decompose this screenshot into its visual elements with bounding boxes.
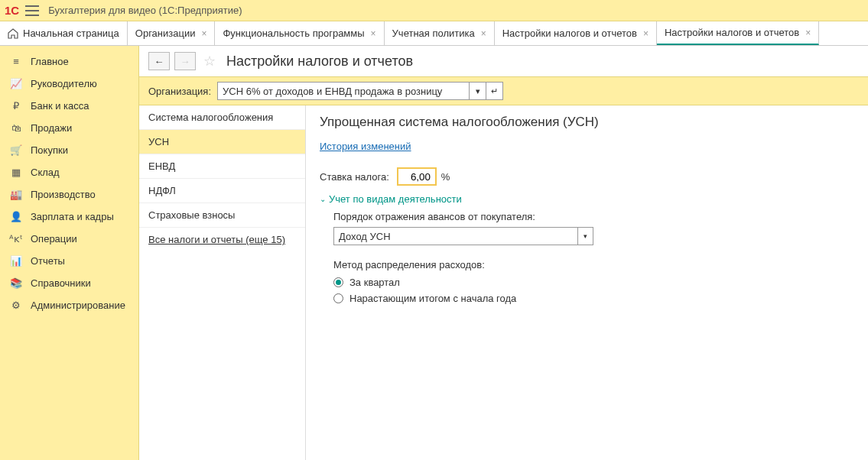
tab-label: Функциональность программы xyxy=(223,28,364,39)
close-icon[interactable]: × xyxy=(201,28,206,39)
sidebar-item-label: Справочники xyxy=(31,277,91,289)
category-tax-system[interactable]: Система налогообложения xyxy=(139,105,305,130)
advance-value: Доход УСН xyxy=(334,231,577,242)
sidebar-item-label: Зарплата и кадры xyxy=(31,211,114,222)
gear-icon: ⚙ xyxy=(9,300,23,311)
close-icon[interactable]: × xyxy=(481,28,486,39)
advance-select[interactable]: Доход УСН ▾ xyxy=(333,227,593,245)
category-envd[interactable]: ЕНВД xyxy=(139,154,305,179)
tab-functionality[interactable]: Функциональность программы × xyxy=(215,21,384,45)
open-button[interactable]: ↵ xyxy=(486,82,503,100)
sidebar-item-label: Администрирование xyxy=(31,300,125,311)
operations-icon: ᴬᴋᵗ xyxy=(9,233,23,245)
tax-rate-input[interactable] xyxy=(397,167,437,186)
close-icon[interactable]: × xyxy=(805,28,811,38)
cart-icon: 🛒 xyxy=(9,144,23,156)
organization-value: УСН 6% от доходов и ЕНВД продажа в розни… xyxy=(223,86,442,97)
sidebar-item-label: Склад xyxy=(31,167,60,178)
tab-bar: Начальная страница Организации × Функцио… xyxy=(0,21,868,46)
books-icon: 📚 xyxy=(9,277,23,289)
close-icon[interactable]: × xyxy=(643,28,649,39)
section-title: Учет по видам деятельности xyxy=(329,193,462,205)
tab-label: Начальная страница xyxy=(23,28,119,39)
titlebar: 1C Бухгалтерия для видео (1С:Предприятие… xyxy=(0,0,868,21)
rate-label: Ставка налога: xyxy=(320,171,389,183)
bars-icon: 📊 xyxy=(9,255,23,267)
list-icon: ≡ xyxy=(9,56,23,67)
sidebar-item-sales[interactable]: 🛍Продажи xyxy=(0,117,138,139)
dropdown-button[interactable]: ▾ xyxy=(470,82,486,100)
sidebar-item-purchases[interactable]: 🛒Покупки xyxy=(0,139,138,161)
sidebar-item-label: Банк и касса xyxy=(31,100,89,112)
dropdown-icon[interactable]: ▾ xyxy=(577,228,593,245)
sidebar-item-label: Операции xyxy=(31,233,77,245)
sidebar-item-label: Покупки xyxy=(31,144,68,156)
category-insurance[interactable]: Страховые взносы xyxy=(139,203,305,228)
factory-icon: 🏭 xyxy=(9,189,23,200)
radio-cumulative[interactable]: Нарастающим итогом с начала года xyxy=(333,293,854,304)
grid-icon: ▦ xyxy=(9,167,23,178)
sidebar-item-label: Продажи xyxy=(31,122,72,134)
radio-icon xyxy=(333,277,343,287)
sidebar-item-operations[interactable]: ᴬᴋᵗОперации xyxy=(0,228,138,250)
chart-icon: 📈 xyxy=(9,78,23,89)
tab-label: Настройки налогов и отчетов xyxy=(665,27,799,38)
tab-tax-settings-1[interactable]: Настройки налогов и отчетов × xyxy=(495,21,657,45)
method-label: Метод распределения расходов: xyxy=(333,259,854,270)
advance-label: Порядок отражения авансов от покупателя: xyxy=(333,211,854,222)
radio-label: За квартал xyxy=(349,277,400,288)
chevron-down-icon: ⌄ xyxy=(320,195,326,203)
percent-label: % xyxy=(441,171,450,183)
category-list: Система налогообложения УСН ЕНВД НДФЛ Ст… xyxy=(139,105,306,460)
sidebar-item-label: Главное xyxy=(31,56,69,67)
organization-row: Организация: УСН 6% от доходов и ЕНВД пр… xyxy=(139,76,868,105)
app-title: Бухгалтерия для видео (1С:Предприятие) xyxy=(48,5,242,16)
home-icon xyxy=(8,28,18,39)
sidebar-item-salary[interactable]: 👤Зарплата и кадры xyxy=(0,206,138,228)
tab-home[interactable]: Начальная страница xyxy=(0,21,128,45)
logo-1c: 1C xyxy=(5,4,19,17)
activity-section-toggle[interactable]: ⌄ Учет по видам деятельности xyxy=(320,193,854,205)
radio-label: Нарастающим итогом с начала года xyxy=(349,293,516,304)
category-usn[interactable]: УСН xyxy=(139,130,305,154)
tab-label: Организации xyxy=(135,28,196,39)
tab-label: Настройки налогов и отчетов xyxy=(502,28,637,39)
menu-icon[interactable] xyxy=(25,5,39,16)
radio-quarter[interactable]: За квартал xyxy=(333,277,854,288)
page-title: Настройки налогов и отчетов xyxy=(226,53,413,70)
sidebar-item-warehouse[interactable]: ▦Склад xyxy=(0,161,138,183)
history-link[interactable]: История изменений xyxy=(320,141,411,152)
sidebar-item-bank[interactable]: ₽Банк и касса xyxy=(0,95,138,117)
sidebar-item-label: Производство xyxy=(31,189,96,200)
content-heading: Упрощенная система налогообложения (УСН) xyxy=(320,115,854,130)
organization-select[interactable]: УСН 6% от доходов и ЕНВД продажа в розни… xyxy=(217,82,470,100)
bag-icon: 🛍 xyxy=(9,122,23,134)
sidebar: ≡Главное 📈Руководителю ₽Банк и касса 🛍Пр… xyxy=(0,46,139,460)
sidebar-item-admin[interactable]: ⚙Администрирование xyxy=(0,294,138,316)
tab-accounting-policy[interactable]: Учетная политика × xyxy=(385,21,495,45)
sidebar-item-main[interactable]: ≡Главное xyxy=(0,50,138,73)
tab-tax-settings-2[interactable]: Настройки налогов и отчетов × xyxy=(657,21,819,45)
sidebar-item-production[interactable]: 🏭Производство xyxy=(0,183,138,206)
star-icon[interactable]: ☆ xyxy=(203,53,216,70)
sidebar-item-label: Руководителю xyxy=(31,78,97,89)
sidebar-item-label: Отчеты xyxy=(31,255,65,267)
ruble-icon: ₽ xyxy=(9,100,23,112)
sidebar-item-directories[interactable]: 📚Справочники xyxy=(0,272,138,294)
main-area: ← → ☆ Настройки налогов и отчетов Органи… xyxy=(139,46,868,460)
tab-label: Учетная политика xyxy=(392,28,475,39)
sidebar-item-manager[interactable]: 📈Руководителю xyxy=(0,73,138,95)
content-pane: Упрощенная система налогообложения (УСН)… xyxy=(306,105,868,460)
radio-icon xyxy=(333,293,343,303)
tab-organizations[interactable]: Организации × xyxy=(128,21,216,45)
all-taxes-link[interactable]: Все налоги и отчеты (еще 15) xyxy=(139,228,305,251)
close-icon[interactable]: × xyxy=(371,28,376,39)
forward-button[interactable]: → xyxy=(174,52,196,70)
sidebar-item-reports[interactable]: 📊Отчеты xyxy=(0,250,138,272)
page-toolbar: ← → ☆ Настройки налогов и отчетов xyxy=(139,46,868,76)
back-button[interactable]: ← xyxy=(148,52,170,70)
organization-label: Организация: xyxy=(148,86,211,97)
person-icon: 👤 xyxy=(9,211,23,222)
category-ndfl[interactable]: НДФЛ xyxy=(139,179,305,203)
